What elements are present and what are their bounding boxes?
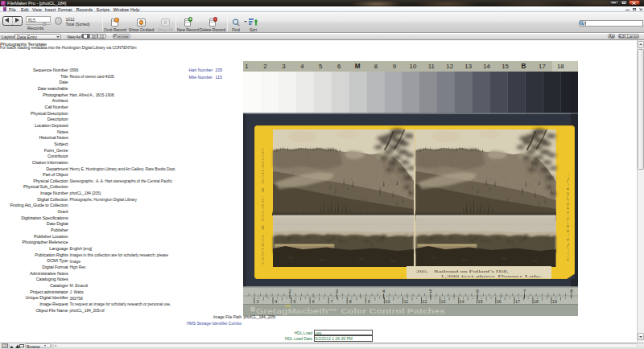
svg-text:17: 17 [515, 299, 520, 304]
svg-text:15: 15 [502, 63, 509, 70]
svg-text:16: 16 [497, 299, 502, 304]
svg-text:2: 2 [288, 289, 291, 294]
svg-text:1: 1 [577, 63, 578, 70]
svg-text:8: 8 [570, 289, 572, 294]
svg-text:5: 5 [319, 63, 323, 70]
svg-text:14: 14 [460, 299, 464, 304]
svg-text:5: 5 [429, 289, 431, 294]
svg-text:19: 19 [552, 299, 557, 304]
svg-text:11: 11 [428, 63, 435, 70]
svg-text:9: 9 [368, 299, 370, 304]
svg-text:10: 10 [410, 63, 417, 70]
svg-text:18: 18 [534, 299, 539, 304]
svg-text:3: 3 [282, 63, 285, 70]
svg-text:CALIFORNIA.: CALIFORNIA. [566, 173, 570, 261]
svg-text:10: 10 [386, 299, 390, 304]
svg-text:1: 1 [245, 63, 248, 70]
svg-text:15: 15 [478, 299, 483, 304]
svg-text:7: 7 [523, 289, 526, 294]
svg-text:M: M [355, 63, 361, 70]
svg-text:GretagMacbeth™ Color Control P: GretagMacbeth™ Color Control Patches [256, 307, 445, 315]
svg-text:4: 4 [275, 299, 278, 304]
svg-text:7: 7 [331, 299, 333, 304]
svg-text:14: 14 [483, 63, 490, 70]
svg-text:9: 9 [393, 63, 396, 70]
svg-text:13: 13 [441, 299, 446, 304]
svg-text:12: 12 [446, 63, 453, 70]
svg-text:8: 8 [349, 299, 352, 304]
svg-text:13: 13 [464, 63, 472, 70]
svg-text:12: 12 [423, 299, 427, 304]
svg-text:CENTRAL ✽ PACIFIC ✽ RAILRO: CENTRAL ✽ PACIFIC ✽ RAILROAD. [261, 147, 265, 265]
svg-text:8: 8 [374, 63, 378, 70]
svg-text:6: 6 [477, 289, 479, 294]
svg-text:5: 5 [294, 299, 296, 304]
svg-text:6: 6 [312, 299, 315, 304]
svg-text:2: 2 [263, 63, 266, 70]
svg-text:17: 17 [539, 63, 546, 70]
svg-text:4: 4 [300, 63, 304, 70]
svg-text:3: 3 [336, 289, 338, 294]
svg-text:11: 11 [404, 299, 408, 304]
svg-text:3: 3 [256, 299, 258, 304]
svg-text:18: 18 [557, 63, 564, 70]
svg-text:B: B [521, 63, 526, 70]
svg-text:6: 6 [337, 63, 341, 70]
